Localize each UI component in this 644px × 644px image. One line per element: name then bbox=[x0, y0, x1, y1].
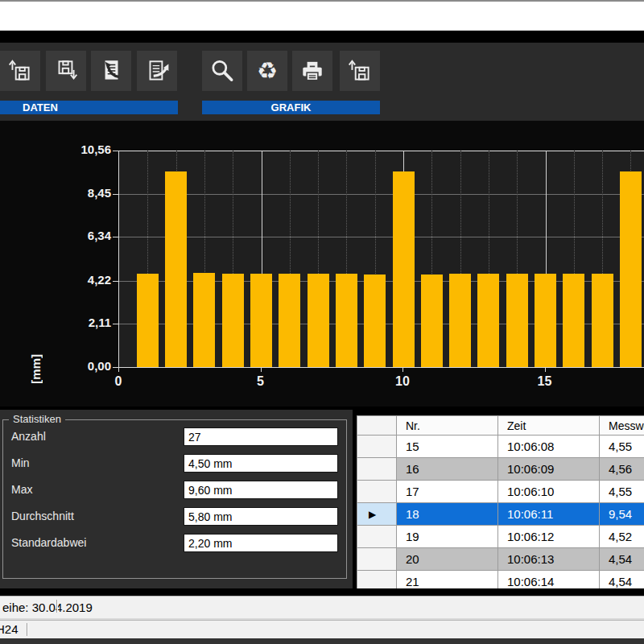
chart-bar bbox=[620, 171, 642, 367]
chart-bar bbox=[535, 274, 556, 367]
cell-zeit[interactable]: 10:06:12 bbox=[498, 526, 600, 548]
cell-nr[interactable]: 18 bbox=[397, 503, 498, 526]
row-selector-cell[interactable] bbox=[357, 526, 397, 548]
stat-value-field[interactable] bbox=[184, 454, 338, 473]
toolbar: ♻ DATEN GRAFIK bbox=[0, 43, 644, 121]
refresh-button[interactable]: ♻ bbox=[247, 51, 287, 91]
import-document-button[interactable] bbox=[91, 51, 131, 91]
chart-bar bbox=[308, 274, 329, 367]
printer-icon bbox=[299, 57, 326, 85]
load-data-button[interactable] bbox=[0, 51, 40, 91]
floppy-arrow-down-icon bbox=[52, 57, 80, 85]
row-selector-cell[interactable] bbox=[357, 571, 397, 589]
stat-label: Standardabwei bbox=[11, 536, 86, 549]
chart-bar bbox=[336, 274, 357, 367]
status-bar-top: eihe: 30.04.2019 bbox=[0, 596, 644, 618]
cell-messwert[interactable]: 4,55 bbox=[600, 481, 644, 503]
row-selector-cell[interactable] bbox=[357, 548, 397, 571]
chart-bar bbox=[563, 274, 584, 367]
y-tick-label: 2,11 bbox=[63, 316, 111, 329]
row-selector-header bbox=[357, 416, 397, 436]
statistics-panel: Statistiken AnzahlMinMaxDurchschnittStan… bbox=[0, 410, 353, 588]
table-row[interactable]: 1610:06:094,56 bbox=[357, 458, 644, 481]
cell-messwert[interactable]: 9,54 bbox=[600, 503, 644, 526]
magnifier-icon bbox=[208, 57, 236, 85]
x-tick-label: 15 bbox=[527, 374, 563, 389]
zoom-button[interactable] bbox=[202, 51, 242, 91]
status-bar-bottom: H24 bbox=[0, 620, 644, 638]
y-tick-mark bbox=[113, 281, 118, 282]
table-row[interactable]: 1510:06:084,55 bbox=[357, 436, 644, 458]
stat-label: Min bbox=[11, 456, 30, 469]
toolbar-group-grafik-label: GRAFIK bbox=[202, 101, 380, 114]
chart-bar bbox=[193, 273, 215, 367]
cell-messwert[interactable]: 4,54 bbox=[600, 571, 644, 589]
app-title-bar bbox=[0, 31, 644, 43]
y-axis-title: [mm] bbox=[29, 354, 43, 384]
export-document-button[interactable] bbox=[137, 51, 177, 91]
save-data-button[interactable] bbox=[46, 51, 86, 91]
row-selector-cell[interactable] bbox=[357, 481, 397, 503]
stat-label: Max bbox=[11, 483, 32, 496]
row-selector-cell[interactable] bbox=[357, 458, 397, 481]
chart-bar bbox=[506, 274, 528, 367]
stat-value-field[interactable] bbox=[184, 427, 338, 446]
y-tick-mark bbox=[113, 324, 118, 324]
table-row[interactable]: 2010:06:134,54 bbox=[357, 548, 644, 571]
chart-bar bbox=[421, 275, 443, 367]
table-row[interactable]: 2110:06:144,54 bbox=[357, 571, 644, 589]
print-button[interactable] bbox=[292, 51, 332, 91]
x-tick-mark bbox=[118, 368, 119, 372]
chart-bar bbox=[165, 171, 187, 367]
bottom-section: Statistiken AnzahlMinMaxDurchschnittStan… bbox=[0, 407, 644, 594]
cell-zeit[interactable]: 10:06:14 bbox=[498, 571, 600, 589]
y-tick-mark bbox=[113, 367, 118, 368]
stat-value-field[interactable] bbox=[184, 534, 338, 552]
cell-nr[interactable]: 17 bbox=[397, 481, 498, 503]
cell-nr[interactable]: 15 bbox=[397, 436, 498, 458]
chart-bar bbox=[279, 274, 300, 367]
h-gridline bbox=[119, 237, 644, 237]
cell-nr[interactable]: 20 bbox=[397, 548, 498, 571]
table-row[interactable]: 1710:06:104,55 bbox=[357, 481, 644, 503]
cell-zeit[interactable]: 10:06:13 bbox=[498, 548, 600, 571]
cell-nr[interactable]: 21 bbox=[397, 571, 498, 589]
y-tick-label: 10,56 bbox=[63, 142, 111, 156]
y-tick-label: 4,22 bbox=[63, 273, 111, 287]
cell-messwert[interactable]: 4,55 bbox=[600, 436, 644, 458]
column-header[interactable]: Nr. bbox=[397, 416, 498, 436]
x-tick-label: 0 bbox=[101, 374, 136, 389]
column-header[interactable]: Messwert bbox=[600, 416, 644, 436]
x-tick-mark bbox=[545, 368, 546, 372]
y-tick-mark bbox=[113, 237, 118, 237]
background-window-strip bbox=[0, 2, 644, 31]
chart-bar bbox=[393, 171, 415, 367]
stat-value-field[interactable] bbox=[184, 481, 338, 499]
measurement-table[interactable]: Nr.ZeitMesswert1510:06:084,551610:06:094… bbox=[357, 415, 644, 588]
status-series-date: eihe: 30.04.2019 bbox=[2, 597, 93, 618]
column-header[interactable]: Zeit bbox=[498, 416, 600, 436]
stat-value-field[interactable] bbox=[184, 507, 338, 526]
table-row[interactable]: 1910:06:124,52 bbox=[357, 526, 644, 548]
save-graphic-button[interactable] bbox=[340, 51, 380, 91]
cell-zeit[interactable]: 10:06:08 bbox=[498, 436, 600, 458]
cell-zeit[interactable]: 10:06:11 bbox=[498, 503, 600, 526]
chart-bar bbox=[137, 274, 159, 367]
current-row-marker[interactable]: ▶ bbox=[357, 503, 397, 526]
cell-nr[interactable]: 16 bbox=[397, 458, 498, 481]
cell-messwert[interactable]: 4,52 bbox=[600, 526, 644, 548]
window-bottom-edge bbox=[0, 638, 644, 644]
table-row[interactable]: ▶1810:06:119,54 bbox=[357, 503, 644, 526]
cell-messwert[interactable]: 4,54 bbox=[600, 548, 644, 571]
statistics-groupbox: Statistiken AnzahlMinMaxDurchschnittStan… bbox=[2, 419, 347, 579]
cell-messwert[interactable]: 4,56 bbox=[600, 458, 644, 481]
row-selector-cell[interactable] bbox=[357, 436, 397, 458]
chart-bar bbox=[250, 274, 272, 367]
cell-zeit[interactable]: 10:06:09 bbox=[498, 458, 600, 481]
cell-nr[interactable]: 19 bbox=[397, 526, 498, 548]
cell-zeit[interactable]: 10:06:10 bbox=[498, 481, 600, 503]
floppy-arrow-up-icon bbox=[346, 57, 374, 85]
y-tick-label: 0,00 bbox=[63, 359, 111, 373]
chart-bar bbox=[477, 274, 499, 367]
chart-area: [mm] 10,568,456,344,222,110,00051015 bbox=[0, 121, 644, 407]
